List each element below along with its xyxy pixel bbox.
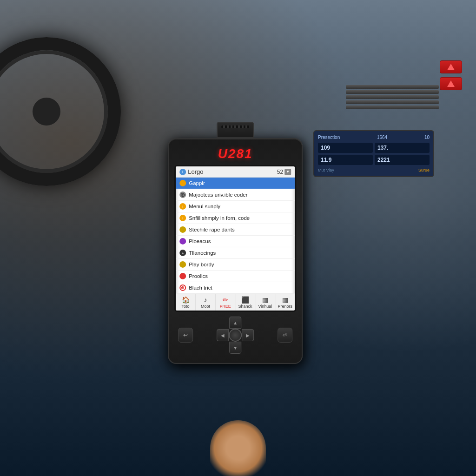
menu-item-label-selected: Gappir	[189, 180, 205, 186]
menu-item-6[interactable]: Play bordy	[176, 259, 295, 271]
left-function-btn[interactable]: ↩	[178, 328, 193, 343]
device-screen: i Lorgo 52 ▼ Gappir ⊕ Majootcas	[174, 165, 296, 312]
menu-item-3[interactable]: Stechile rape dants	[176, 224, 295, 236]
menu-item-label-3: Stechile rape dants	[189, 227, 234, 232]
item-icon-3	[179, 226, 186, 233]
right-function-btn[interactable]: ⏎	[278, 328, 292, 343]
item-icon-7	[179, 273, 186, 279]
item-icon-2: i	[179, 215, 186, 221]
toolbar-moot[interactable]: ♪ Moot	[196, 294, 216, 311]
toolbar-prenors[interactable]: ▦ Prenors	[275, 294, 295, 311]
hazard-btn-bottom[interactable]	[440, 77, 462, 90]
header-logo-label: Lorgo	[188, 168, 203, 175]
dropdown-button[interactable]: ▼	[284, 168, 291, 175]
info-value-3: 2221	[377, 157, 427, 163]
info-value-2: 11.9	[321, 157, 370, 163]
prenors-label: Prenors	[278, 304, 292, 309]
menu-item-label-5: Tllanocings	[189, 250, 216, 256]
device-logo: U281	[174, 145, 296, 165]
free-icon: ✏	[223, 297, 228, 303]
obd-connector	[217, 122, 254, 138]
dpad-center[interactable]	[229, 329, 242, 342]
toto-label: Toto	[182, 304, 190, 309]
info-value-1: 137.	[377, 145, 427, 151]
menu-item-label-7: Proolics	[189, 273, 208, 279]
dpad-left[interactable]: ◀	[217, 329, 229, 341]
menu-item-label-4: Ploeacus	[189, 238, 211, 244]
info-cell-3: 2221	[375, 155, 430, 165]
menu-item-label-0: Majootcas uriv.ible coder	[189, 192, 247, 198]
item-icon-5: ▲	[179, 250, 186, 256]
info-label-center: 1664	[377, 135, 387, 140]
item-icon-0: ⊕	[179, 192, 186, 198]
info-value-0: 109	[321, 145, 370, 151]
obd-scanner-device: U281 i Lorgo 52 ▼ Gappi	[168, 122, 303, 364]
shanck-icon: ⬛	[241, 297, 249, 303]
screen-header-left: i Lorgo	[179, 168, 203, 175]
item-icon-8: ⊕	[179, 284, 186, 291]
dpad-right[interactable]: ▶	[242, 329, 254, 341]
menu-item-7[interactable]: Proolics	[176, 271, 295, 282]
info-cell-1: 137.	[375, 143, 430, 153]
info-bottom-right: Surue	[418, 168, 430, 172]
hand-finger	[210, 420, 266, 476]
vinhual-label: Vinhual	[258, 304, 272, 309]
free-label: FREE	[220, 304, 231, 309]
info-label-left: Presection	[318, 135, 340, 140]
info-header: Presection 1664 10	[318, 135, 430, 140]
screen-header: i Lorgo 52 ▼	[176, 166, 295, 178]
menu-item-label-6: Play bordy	[189, 262, 214, 267]
toolbar-free[interactable]: ✏ FREE	[216, 294, 236, 311]
header-count: 52	[277, 168, 283, 175]
menu-item-label-1: Menul sunply	[189, 204, 220, 209]
header-info-icon: i	[179, 168, 186, 175]
toolbar-shanck[interactable]: ⬛ Shanck	[236, 294, 256, 311]
dpad-down[interactable]: ▼	[229, 342, 241, 354]
toto-icon: 🏠	[182, 297, 190, 303]
device-lower: ↩ ▲ ◀ ▶ ▼ ⏎	[174, 312, 296, 357]
toolbar-toto[interactable]: 🏠 Toto	[176, 294, 196, 311]
screen-toolbar: 🏠 Toto ♪ Moot ✏ FREE ⬛ Shanck ▦ Vinhu	[176, 294, 295, 311]
item-icon-gappir	[179, 180, 186, 186]
device-body: U281 i Lorgo 52 ▼ Gappi	[168, 138, 303, 364]
menu-item-1[interactable]: i Menul sunply	[176, 201, 295, 212]
hazard-btn-top[interactable]	[440, 60, 462, 73]
menu-list: Gappir ⊕ Majootcas uriv.ible coder i Men…	[176, 178, 295, 294]
menu-item-2[interactable]: i Snfiil shmply in forn, code	[176, 212, 295, 224]
screen-header-right: 52 ▼	[277, 168, 291, 175]
menu-item-label-8: Blach trict	[189, 285, 212, 291]
dpad-controller: ▲ ◀ ▶ ▼	[217, 317, 254, 354]
info-cell-2: 11.9	[318, 155, 373, 165]
menu-item-0[interactable]: ⊕ Majootcas uriv.ible coder	[176, 189, 295, 201]
menu-item-selected[interactable]: Gappir	[176, 178, 295, 189]
toolbar-vinhual[interactable]: ▦ Vinhual	[256, 294, 276, 311]
shanck-label: Shanck	[238, 304, 252, 309]
item-icon-1: i	[179, 203, 186, 210]
menu-item-4[interactable]: Ploeacus	[176, 236, 295, 247]
info-label-right: 10	[424, 135, 430, 140]
moot-icon: ♪	[204, 297, 207, 303]
infotainment-screen: Presection 1664 10 109 137. 11.9 2221 Mu…	[313, 130, 434, 177]
dpad-up[interactable]: ▲	[229, 317, 241, 329]
menu-item-label-2: Snfiil shmply in forn, code	[189, 215, 250, 221]
menu-item-8[interactable]: ⊕ Blach trict	[176, 282, 295, 294]
info-cell-0: 109	[318, 143, 373, 153]
vinhual-icon: ▦	[262, 297, 268, 303]
item-icon-4	[179, 238, 186, 245]
moot-label: Moot	[201, 304, 210, 309]
menu-item-5[interactable]: ▲ Tllanocings	[176, 247, 295, 259]
item-icon-6	[179, 261, 186, 268]
info-bottom-left: Mut Viay	[318, 168, 334, 172]
hazard-buttons	[440, 60, 462, 90]
info-grid: 109 137. 11.9 2221	[318, 143, 430, 165]
prenors-icon: ▦	[282, 297, 288, 303]
air-vents	[346, 84, 439, 111]
